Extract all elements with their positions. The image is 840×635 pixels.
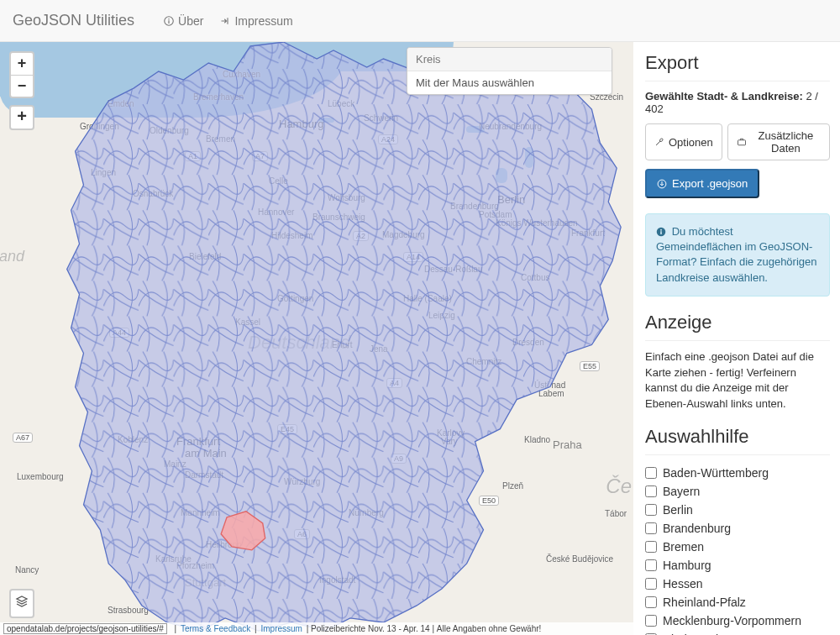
state-checkbox-item[interactable]: Niedersachsen: [645, 630, 830, 635]
footer-url: opendatalab.de/projects/geojson-utilitie…: [3, 623, 167, 634]
draw-polygon-button[interactable]: +: [11, 107, 33, 129]
export-geojson-button[interactable]: Export .geojson: [645, 169, 759, 198]
options-button[interactable]: Optionen: [645, 123, 722, 160]
briefcase-icon: [737, 137, 747, 147]
state-label: Bremen: [663, 540, 704, 554]
state-label: Baden-Württemberg: [663, 466, 769, 480]
state-checkbox[interactable]: [645, 522, 657, 534]
state-label: Hamburg: [663, 559, 711, 572]
draw-control: +: [9, 105, 34, 130]
map-tooltip: Kreis Mit der Maus auswählen: [407, 47, 612, 95]
layers-button[interactable]: [11, 595, 33, 617]
selected-count-line: Gewählte Stadt- & Landkreise: 2 / 402: [645, 90, 830, 115]
selected-count-label: Gewählte Stadt- & Landkreise:: [645, 90, 803, 102]
state-label: Mecklenburg-Vorpommern: [663, 614, 801, 627]
road-badge: A67: [13, 433, 33, 443]
info-icon: [164, 16, 174, 26]
state-label: Berlin: [663, 503, 693, 517]
state-checkbox-item[interactable]: Mecklenburg-Vorpommern: [645, 611, 830, 630]
info-alert: Du möchtest Gemeindeflächen im GeoJSON-F…: [645, 213, 830, 297]
app-title[interactable]: GeoJSON Utilities: [13, 12, 147, 29]
state-checkbox-item[interactable]: Berlin: [645, 501, 830, 519]
state-checkbox-item[interactable]: Bayern: [645, 482, 830, 501]
footer-terms[interactable]: Terms & Feedback: [179, 624, 252, 633]
nav-about[interactable]: Über: [155, 14, 212, 28]
svg-rect-7: [660, 231, 662, 234]
state-checkbox[interactable]: [645, 578, 657, 590]
state-checkbox-item[interactable]: Rheinland-Pfalz: [645, 593, 830, 611]
map-footer: opendatalab.de/projects/geojson-utilitie…: [0, 622, 633, 635]
germany-overlay[interactable]: [34, 42, 633, 635]
neighbor-land: land: [0, 248, 24, 265]
state-checkbox[interactable]: [645, 504, 657, 516]
state-checkbox-item[interactable]: Hessen: [645, 575, 830, 593]
state-checkbox[interactable]: [645, 541, 657, 553]
state-checkbox-item[interactable]: Brandenburg: [645, 519, 830, 538]
map[interactable]: Deutschland Če land Hamburg Berlin Frank…: [0, 42, 633, 635]
share-icon: [220, 16, 230, 26]
state-label: Bayern: [663, 485, 700, 498]
extra-data-label: Zusätzliche Daten: [751, 129, 821, 155]
info-icon: [656, 227, 666, 237]
nav-imprint-label: Impressum: [234, 14, 292, 28]
state-checkbox-item[interactable]: Baden-Württemberg: [645, 464, 830, 482]
navbar: GeoJSON Utilities Über Impressum: [0, 0, 840, 42]
state-checkbox-item[interactable]: Bremen: [645, 538, 830, 556]
export-geojson-label: Export .geojson: [672, 177, 748, 190]
svg-rect-2: [168, 20, 169, 24]
tooltip-body: Mit der Maus auswählen: [407, 71, 612, 94]
wrench-icon: [654, 137, 664, 147]
tooltip-title: Kreis: [407, 48, 612, 71]
download-icon: [657, 179, 667, 189]
state-checkbox[interactable]: [645, 596, 657, 608]
svg-point-6: [660, 229, 662, 231]
zoom-control: + −: [9, 51, 34, 98]
options-label: Optionen: [669, 136, 713, 149]
state-label: Rheinland-Pfalz: [663, 596, 746, 609]
footer-imprint[interactable]: Impressum: [259, 624, 303, 633]
state-checkbox[interactable]: [645, 485, 657, 497]
footer-period: Polizeiberichte Nov. 13 - Apr. 14: [311, 624, 430, 633]
layers-control: [9, 589, 34, 618]
state-checkbox[interactable]: [645, 467, 657, 479]
zoom-in-button[interactable]: +: [11, 53, 33, 75]
state-checkbox-item[interactable]: Hamburg: [645, 556, 830, 575]
svg-point-1: [168, 18, 170, 20]
state-checkbox[interactable]: [645, 559, 657, 571]
info-text: Du möchtest Gemeindeflächen im GeoJSON-F…: [656, 225, 817, 284]
state-label: Hessen: [663, 577, 702, 590]
extra-data-button[interactable]: Zusätzliche Daten: [727, 123, 830, 160]
svg-rect-3: [738, 140, 745, 145]
nav-about-label: Über: [178, 14, 203, 28]
state-checklist: Baden-WürttembergBayernBerlinBrandenburg…: [645, 464, 830, 635]
state-checkbox[interactable]: [645, 615, 657, 627]
helper-heading: Auswahlhilfe: [645, 426, 830, 448]
zoom-out-button[interactable]: −: [11, 75, 33, 97]
display-helptext: Einfach eine .geojson Datei auf die Kart…: [645, 349, 830, 412]
export-heading: Export: [645, 52, 830, 74]
display-heading: Anzeige: [645, 312, 830, 333]
state-label: Brandenburg: [663, 522, 731, 535]
footer-disclaimer: Alle Angaben ohne Gewähr!: [437, 624, 542, 633]
sidebar: Export Gewählte Stadt- & Landkreise: 2 /…: [633, 42, 840, 635]
nav-imprint[interactable]: Impressum: [212, 14, 301, 28]
